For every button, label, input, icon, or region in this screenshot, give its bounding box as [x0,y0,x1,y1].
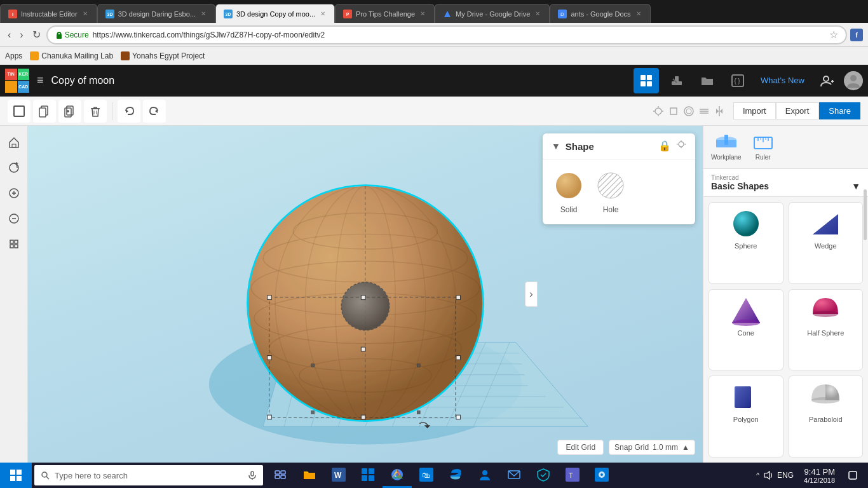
copy-style-button[interactable] [33,100,56,123]
ruler-button[interactable]: Ruler [749,131,777,163]
rotate-nav-button[interactable] [3,156,25,179]
grid-view-button[interactable] [634,68,659,93]
whats-new-button[interactable]: What's New [756,76,810,85]
delete-button[interactable] [84,100,107,123]
speaker-icon[interactable] [763,470,773,480]
workplane-button[interactable]: Workplane [709,131,744,163]
export-button[interactable]: Export [776,102,819,119]
logo-cad: CAD [18,81,30,93]
canvas-bottom-controls: Edit Grid Snap Grid 1.0 mm ▲ [557,440,695,455]
add-user-button[interactable] [815,71,839,90]
edit-grid-button[interactable]: Edit Grid [557,440,604,455]
photos-button[interactable] [587,463,616,488]
shapes-scrollbar[interactable] [864,189,867,240]
shape-light-icon[interactable] [676,140,686,152]
forward-button[interactable]: › [17,27,25,43]
shape-icon[interactable] [667,105,680,118]
edge-button[interactable] [441,463,470,488]
shape-item-polygon[interactable]: Polygon [709,376,783,458]
refresh-button[interactable]: ↻ [30,26,43,43]
systray-chevron[interactable]: ^ [756,471,759,479]
category-dropdown[interactable]: Basic Shapes ▼ [711,181,860,191]
word-button[interactable]: W [324,463,353,488]
fit-nav-button[interactable] [3,233,25,255]
apps-bookmark[interactable]: Apps [5,51,22,60]
tab-docs[interactable]: D ants - Google Docs ✕ [550,4,650,23]
tab-close-docs[interactable]: ✕ [635,9,642,18]
tab-close-instructable[interactable]: ✕ [81,9,89,18]
mirror-icon[interactable] [713,105,726,118]
snap-grid-arrow[interactable]: ▲ [682,443,689,452]
address-input[interactable]: Secure https://www.tinkercad.com/things/… [47,26,846,44]
panel-toggle-button[interactable]: › [525,281,538,307]
shape-item-wedge[interactable]: Wedge [789,202,864,284]
tab-close-3d-daring[interactable]: ✕ [200,9,207,18]
zoom-in-nav-button[interactable] [3,182,25,205]
duplicate-button[interactable] [58,100,81,123]
svg-rect-105 [361,415,365,419]
solid-option[interactable]: Solid [553,170,585,214]
tinkercad-logo[interactable]: TIN KER CAD [5,69,29,93]
light-icon[interactable] [652,105,665,118]
apps-grid-button[interactable] [353,463,383,488]
category-selector[interactable]: Tinkercad Basic Shapes ▼ [703,169,868,197]
taskbar-search[interactable]: Type here to search [34,465,263,485]
taskbar-clock[interactable]: 9:41 PM 4/12/2018 [799,467,840,484]
bookmark-yonahs[interactable]: Yonahs Egypt Project [121,51,205,60]
facebook-extension-icon[interactable]: f [850,29,863,41]
folder-button[interactable] [695,68,720,93]
tab-title-3d-daring: 3D design Daring Esbo... [118,10,196,18]
user-avatar[interactable] [844,71,863,90]
language-indicator[interactable]: ENG [777,471,794,480]
notification-button[interactable] [843,463,863,488]
tab-close-3d-moon[interactable]: ✕ [319,9,327,18]
back-button[interactable]: ‹ [5,27,13,43]
canvas[interactable]: ▼ Shape 🔒 [28,126,703,463]
teams-button[interactable]: T [558,463,587,488]
zoom-out-nav-button[interactable] [3,207,25,230]
shape-item-sphere[interactable]: Sphere [709,202,783,284]
new-shape-button[interactable] [8,100,31,123]
hole-option[interactable]: Hole [595,170,627,214]
code-button[interactable]: {} [725,68,750,93]
tab-instructable[interactable]: I Instructable Editor ✕ [0,4,97,23]
task-view-button[interactable] [266,463,295,488]
mail-button[interactable] [499,463,529,488]
start-button[interactable] [0,463,32,488]
import-button[interactable]: Import [733,102,776,119]
shape-item-cone[interactable]: Cone [709,289,783,371]
shape-panel-collapse[interactable]: ▼ [552,141,560,151]
people-button[interactable] [470,463,499,488]
tab-drive[interactable]: My Drive - Google Drive ✕ [435,4,550,23]
shape-lock-icon[interactable]: 🔒 [658,140,671,152]
chrome-button[interactable] [383,463,412,488]
undo-button[interactable] [118,100,140,123]
tab-pro-tips[interactable]: P Pro Tips Challenge ✕ [335,4,435,23]
svg-rect-155 [369,468,374,474]
file-explorer-button[interactable] [295,463,324,488]
toolbar-separator-1 [112,102,112,120]
store-button[interactable]: 🛍 [412,463,441,488]
circle-icon[interactable] [682,105,695,118]
hamburger-menu-button[interactable]: ≡ [34,71,46,90]
bookmark-star-button[interactable]: ☆ [829,29,838,41]
bookmark-chanuka[interactable]: Chanuka Mailing Lab [30,51,113,60]
redo-button[interactable] [143,100,166,123]
sphere-preview [727,208,765,240]
shape-item-halfsphere[interactable]: Half Sphere [789,289,864,371]
share-button[interactable]: Share [819,102,860,119]
tab-close-pro-tips[interactable]: ✕ [419,9,426,18]
category-name: Basic Shapes [711,181,769,191]
svg-rect-111 [311,411,315,414]
svg-point-139 [811,397,839,403]
shape-item-paraboloid[interactable]: Paraboloid [789,376,864,458]
hammer-button[interactable] [664,68,689,93]
fit-icon [8,238,20,250]
home-nav-button[interactable] [3,131,25,154]
tab-3d-daring[interactable]: 3D 3D design Daring Esbo... ✕ [97,4,215,23]
cone-label: Cone [738,329,754,337]
tab-close-drive[interactable]: ✕ [534,9,541,18]
tab-3d-copy-moon[interactable]: 3D 3D design Copy of moo... ✕ [215,4,335,23]
security-button[interactable] [529,463,558,488]
layers-icon[interactable] [698,105,710,118]
